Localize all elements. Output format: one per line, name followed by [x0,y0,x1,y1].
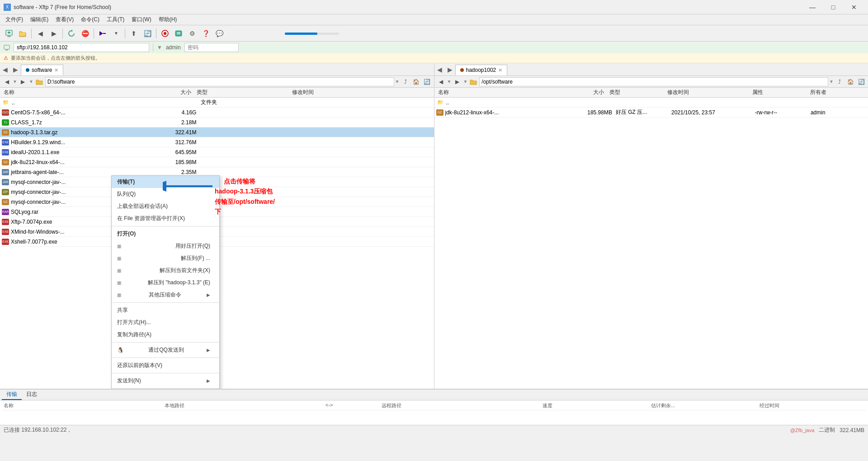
password-input[interactable] [184,43,239,52]
menu-window[interactable]: 窗口(W) [128,15,155,24]
ctx-send-to[interactable]: 发送到(N) ▶ [112,375,219,387]
ctx-transfer[interactable]: 传输(T) [112,176,219,188]
remote-back-btn[interactable]: ◀ [436,77,446,86]
back-button[interactable]: ◀ [34,27,47,40]
remote-path-input[interactable] [479,77,828,86]
ctx-open[interactable]: 打开(O) [112,228,219,240]
sftp-url-input[interactable] [14,43,149,52]
ctx-open-haozip-label: 用好压打开(Q) [175,242,210,250]
minimize-button[interactable]: — [802,0,823,14]
remote-forward-btn[interactable]: ▶ [452,77,462,86]
jar-icon2: JAR [2,179,9,185]
ctx-send-qq[interactable]: 🐧 通过QQ发送到 ▶ [112,344,219,356]
local-refresh-btn[interactable]: 🔄 [422,77,432,86]
table-row[interactable]: GZ hadoop-3.1.3.tar.gz 322.41M [0,127,434,137]
remote-file-list: 📁 .. GZ jdk-8u212-linux-x64-... 185.98MB… [434,98,868,389]
remote-col-attr[interactable]: 属性 [750,89,808,96]
local-parent-btn[interactable]: ⤴ [401,77,410,86]
ctx-extract-to[interactable]: ▦ 解压到(F) ... [112,252,219,264]
menu-view[interactable]: 查看(V) [52,15,77,24]
hops-button[interactable] [172,27,185,40]
context-menu: 传输(T) 队列(Q) 上载全部远程会话(A) 在 File 资源管理器中打开(… [111,175,220,389]
col-modified[interactable]: 修改时间 [290,89,432,96]
sync-button[interactable]: 🔄 [141,27,154,40]
remote-col-size[interactable]: 大小 [548,89,608,96]
col-size[interactable]: 大小 [143,89,195,96]
filter-button[interactable] [159,27,171,40]
menu-help[interactable]: 帮助(H) [155,15,181,24]
local-back-btn[interactable]: ◀ [2,77,12,86]
ctx-extract-folder[interactable]: ▦ 解压到 "hadoop-3.1.3" (E) [112,277,219,289]
ctx-copy-path[interactable]: 复制为路径(A) [112,329,219,341]
help-button[interactable]: ❓ [199,27,212,40]
menu-file[interactable]: 文件(F) [2,15,27,24]
open-button[interactable] [16,27,29,40]
ctx-extract-here[interactable]: ▦ 解压到当前文件夹(X) [112,264,219,277]
local-tab-prev[interactable]: ◀ [0,65,10,74]
transfer-settings-button[interactable]: ▼ [110,27,123,40]
local-path-input[interactable] [45,77,394,86]
table-row[interactable]: EXE HBuilder.9.1.29.wind... 312.76M [0,137,434,147]
settings-button[interactable]: ⚙ [186,27,198,40]
local-tab-software[interactable]: software ✕ [21,65,63,75]
local-forward-btn[interactable]: ▶ [18,77,28,86]
remote-tab-indicator [460,68,464,72]
table-row[interactable]: GZ jdk-8u212-linux-x64-... 185.98MB 好压 G… [434,108,868,118]
gz-icon2: GZ [2,159,9,165]
remote-col-modified[interactable]: 修改时间 [665,89,750,96]
app-icon: X [4,4,11,11]
remote-tab-hadoop[interactable]: hadoop1002 ✕ [455,65,508,75]
local-home-btn[interactable]: 🏠 [411,77,421,86]
ctx-restore[interactable]: 还原以前的版本(V) [112,359,219,372]
ctx-open-haozip[interactable]: ▦ 用好压打开(Q) [112,240,219,252]
menu-tools[interactable]: 工具(T) [103,15,128,24]
new-session-button[interactable] [3,27,15,40]
col-type[interactable]: 类型 [195,89,290,96]
transfer-button[interactable] [96,27,109,40]
ctx-upload-all[interactable]: 上载全部远程会话(A) [112,200,219,212]
forward-button[interactable]: ▶ [47,27,60,40]
stop-button[interactable]: ⛔ [79,27,91,40]
close-button[interactable]: ✕ [844,0,864,14]
table-row[interactable]: ISO CentOS-7.5-x86_64-... 4.16G [0,108,434,118]
remote-tab-next[interactable]: ▶ [445,65,455,74]
menu-edit[interactable]: 编辑(E) [27,15,52,24]
remote-tab-close[interactable]: ✕ [498,67,502,73]
bottom-tab-transfer[interactable]: 传输 [2,390,22,400]
ctx-upload-all-label: 上载全部远程会话(A) [117,202,168,210]
title-bar: X software - Xftp 7 (Free for Home/Schoo… [0,0,868,14]
ctx-open-with[interactable]: 打开方式(H)... [112,316,219,329]
remote-refresh-btn[interactable]: 🔄 [856,77,866,86]
table-row[interactable]: GZ jdk-8u212-linux-x64-... 185.98M [0,157,434,167]
table-row[interactable]: 📁 .. 文件夹 [0,98,434,108]
ctx-queue[interactable]: 队列(Q) [112,188,219,200]
table-row[interactable]: 📁 .. [434,98,868,108]
file-type: 文件夹 [201,99,293,106]
file-name: CLASS_1.7z [11,119,150,126]
ctx-other-compress[interactable]: ▦ 其他压缩命令 ▶ [112,289,219,301]
remote-home-btn[interactable]: 🏠 [845,77,855,86]
up-dir-button[interactable]: ⬆ [127,27,140,40]
exe-icon3: EXE [2,219,9,225]
local-tab-next[interactable]: ▶ [10,65,21,74]
table-row[interactable]: 7z CLASS_1.7z 2.18M [0,118,434,127]
chat-button[interactable]: 💬 [213,27,226,40]
remote-col-type[interactable]: 类型 [608,89,665,96]
menu-command[interactable]: 命令(C) [77,15,103,24]
col-name[interactable]: 名称 [2,89,143,96]
maximize-button[interactable]: □ [823,0,844,14]
ctx-sep3 [112,342,219,343]
bottom-tab-log[interactable]: 日志 [22,390,42,400]
qq-arrow-icon: ▶ [207,348,210,353]
remote-col-owner[interactable]: 所有者 [808,89,866,96]
local-tab-close[interactable]: ✕ [54,67,58,73]
remote-tab-prev[interactable]: ◀ [434,65,445,74]
refresh-button[interactable] [65,27,78,40]
table-row[interactable]: EXE idealU-2020.1.1.exe 645.95M [0,147,434,157]
transfer-col-elapsed: 经过时间 [758,402,866,409]
file-name: hadoop-3.1.3.tar.gz [11,129,150,136]
ctx-share[interactable]: 共享 [112,304,219,316]
ctx-open-explorer[interactable]: 在 File 资源管理器中打开(X) [112,212,219,225]
remote-col-name[interactable]: 名称 [436,89,548,96]
remote-parent-btn[interactable]: ⤴ [835,77,844,86]
